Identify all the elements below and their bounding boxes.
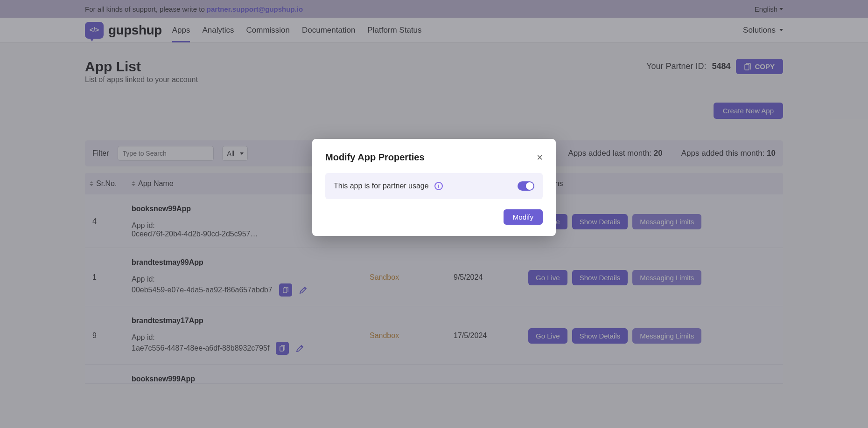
modal-actions: Modify xyxy=(325,209,543,225)
modify-app-properties-modal: Modify App Properties × This app is for … xyxy=(312,139,556,236)
modal-partner-usage-row: This app is for partner usage xyxy=(325,173,543,199)
modify-button[interactable]: Modify xyxy=(504,209,543,225)
modal-overlay[interactable]: Modify App Properties × This app is for … xyxy=(0,0,868,428)
close-icon[interactable]: × xyxy=(537,152,543,163)
partner-usage-toggle[interactable] xyxy=(518,181,534,191)
info-icon[interactable] xyxy=(434,182,443,190)
toggle-knob xyxy=(526,182,533,190)
modal-row-label: This app is for partner usage xyxy=(334,182,429,190)
modal-title: Modify App Properties xyxy=(325,152,425,163)
modal-header: Modify App Properties × xyxy=(325,152,543,163)
